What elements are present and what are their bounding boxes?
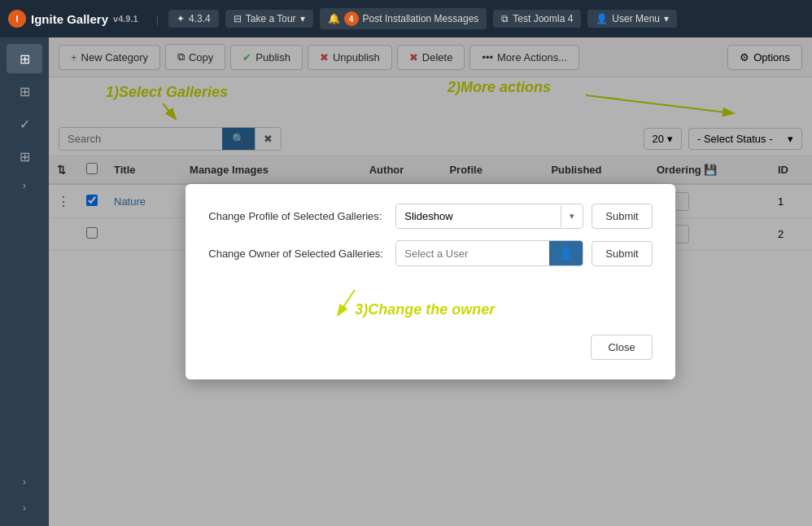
sidebar-collapse-btn[interactable]: › [7,471,42,493]
grid2-icon: ⊞ [20,149,30,164]
sidebar-item-home[interactable]: ⊞ [7,44,42,73]
chevron-down-icon: ▾ [300,13,305,24]
sidebar-bottom-btn[interactable]: › [7,497,42,519]
grid-icon: ⊞ [20,84,30,99]
brand-version: v4.9.1 [113,14,138,24]
modal-close-label: Close [608,341,635,353]
check-icon: ✓ [20,116,30,132]
brand-name: Ignite Gallery [31,12,108,26]
user-input-wrap: 👤 [395,240,583,266]
main-content: + New Category ⧉ Copy ✔ Publish ✖ Unpubl… [49,37,812,526]
change-owner-label: Change Owner of Selected Galleries: [208,248,387,260]
test-joomla-label: Test Joomla 4 [513,13,573,24]
joomla-icon: ✦ [177,13,185,24]
joomla-version-label: 4.3.4 [189,13,211,24]
sidebar: ⊞ ⊞ ✓ ⊞ › › › [0,37,49,526]
chevron-right-icon-3: › [23,502,26,514]
brand: I Ignite Gallery v4.9.1 [8,10,138,28]
chevron-down-icon-2: ▾ [664,13,669,24]
post-install-label: Post Installation Messages [363,13,479,24]
chevron-right-icon: › [23,180,26,191]
user-icon: 👤 [596,13,608,24]
user-menu-label: User Menu [612,13,660,24]
change-profile-row: Change Profile of Selected Galleries: Sl… [208,204,652,229]
user-input[interactable] [396,242,549,265]
profile-select-arrow: ▾ [561,205,583,227]
owner-submit-button[interactable]: Submit [592,241,652,266]
bell-icon: 🔔 [328,13,340,24]
sidebar-item-menu3[interactable]: ⊞ [7,142,42,171]
sidebar-item-menu2[interactable]: ✓ [7,109,42,138]
take-tour-label: Take a Tour [246,13,296,24]
chevron-right-icon-2: › [23,476,26,488]
user-select-button[interactable]: 👤 [549,241,583,265]
profile-select-wrap: Slideshow ▾ [395,204,583,229]
user-menu-btn[interactable]: 👤 User Menu ▾ [587,10,677,28]
change-profile-label: Change Profile of Selected Galleries: [208,210,387,222]
take-tour-btn[interactable]: ⊟ Take a Tour ▾ [225,10,313,28]
sidebar-expand-btn[interactable]: › [7,174,42,197]
profile-submit-label: Submit [605,210,638,222]
svg-line-2 [338,290,355,314]
user-select-icon: 👤 [559,247,573,260]
change-owner-row: Change Owner of Selected Galleries: 👤 Su… [208,240,652,266]
joomla-version[interactable]: ✦ 4.3.4 [168,10,219,28]
external-link-icon: ⧉ [501,13,509,24]
annotation3-area: 3)Change the owner [208,278,652,318]
modal-footer: Close [208,335,652,360]
sidebar-item-menu1[interactable]: ⊞ [7,77,42,106]
tour-icon: ⊟ [234,13,242,24]
profile-submit-button[interactable]: Submit [592,204,652,229]
more-actions-modal: Change Profile of Selected Galleries: Sl… [186,184,674,379]
modal-close-button[interactable]: Close [591,335,652,360]
test-joomla-btn[interactable]: ⧉ Test Joomla 4 [493,10,581,28]
modal-overlay: Change Profile of Selected Galleries: Sl… [49,37,812,526]
owner-submit-label: Submit [605,248,638,260]
logo-icon: I [8,10,26,28]
notifications-badge: 4 [344,11,359,26]
profile-select[interactable]: Slideshow [396,204,561,228]
notifications-btn[interactable]: 🔔 4 Post Installation Messages [320,8,487,29]
home-icon: ⊞ [20,51,30,67]
navbar: I Ignite Gallery v4.9.1 | ✦ 4.3.4 ⊟ Take… [0,0,812,37]
layout: ⊞ ⊞ ✓ ⊞ › › › + New Category ⧉ [0,37,812,526]
annotation-3: 3)Change the owner [355,301,495,318]
